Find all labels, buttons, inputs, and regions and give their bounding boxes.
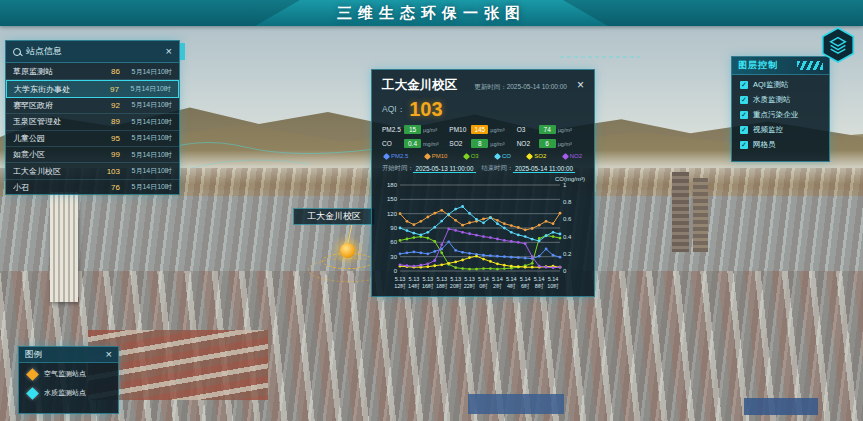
station-aqi: 97 bbox=[97, 85, 119, 94]
layer-item-label: 重点污染企业 bbox=[753, 110, 798, 120]
legend-label: NO2 bbox=[570, 153, 582, 159]
start-time-label: 开始时间： bbox=[382, 164, 413, 173]
x-axis-tick: 5.1322时 bbox=[464, 276, 476, 289]
chart-legend-item[interactable]: SO2 bbox=[527, 153, 546, 159]
svg-text:120: 120 bbox=[387, 211, 398, 217]
highrise-building bbox=[693, 178, 708, 252]
station-name: 工大金川校区 bbox=[13, 166, 98, 177]
layer-item-label: 水质监测站 bbox=[753, 95, 791, 105]
pollutant-value-badge: 15 bbox=[404, 125, 421, 134]
x-axis-tick: 5.148时 bbox=[534, 276, 545, 289]
x-axis-tick: 5.144时 bbox=[506, 276, 517, 289]
checkbox-checked-icon[interactable]: ✓ bbox=[740, 81, 748, 89]
chart-legend-item[interactable]: PM10 bbox=[425, 153, 448, 159]
layer-item[interactable]: ✓视频监控 bbox=[740, 125, 821, 135]
station-row[interactable]: 工大金川校区1035月14日10时 bbox=[6, 163, 179, 179]
aqi-label: AQI： bbox=[382, 104, 405, 116]
layer-item[interactable]: ✓重点污染企业 bbox=[740, 110, 821, 120]
station-name: 草原监测站 bbox=[13, 66, 98, 77]
station-update-time: 5月14日10时 bbox=[120, 133, 172, 143]
chart-legend-item[interactable]: CO bbox=[495, 153, 511, 159]
svg-text:150: 150 bbox=[387, 196, 398, 202]
checkbox-checked-icon[interactable]: ✓ bbox=[740, 126, 748, 134]
station-aqi: 92 bbox=[98, 101, 120, 110]
legend-marker bbox=[526, 152, 533, 159]
layers-icon bbox=[822, 29, 854, 61]
factory-roof bbox=[744, 398, 818, 415]
station-row[interactable]: 大学东街办事处975月14日10时 bbox=[6, 80, 179, 97]
checkbox-checked-icon[interactable]: ✓ bbox=[740, 111, 748, 119]
station-map-label[interactable]: 工大金川校区 bbox=[293, 208, 375, 225]
station-name: 如意小区 bbox=[13, 149, 98, 160]
pollutant-cell: NO26µg/m³ bbox=[517, 139, 584, 148]
panel-collapse-tab[interactable] bbox=[180, 43, 185, 60]
pollutant-unit: µg/m³ bbox=[490, 141, 504, 147]
station-row[interactable]: 儿童公园955月14日10时 bbox=[6, 131, 179, 147]
legend-label: CO bbox=[502, 153, 511, 159]
pollutant-label: O3 bbox=[517, 126, 539, 133]
pollutant-unit: mg/m³ bbox=[423, 141, 439, 147]
layer-item[interactable]: ✓水质监测站 bbox=[740, 95, 821, 105]
legend-label: PM2.5 bbox=[391, 153, 408, 159]
station-row[interactable]: 如意小区995月14日10时 bbox=[6, 147, 179, 163]
pollutant-cell: CO0.4mg/m³ bbox=[382, 139, 449, 148]
aqi-trend-chart[interactable]: 030609012015018000.20.40.60.81CO(mg/m³)5… bbox=[382, 175, 586, 293]
station-row[interactable]: 小召765月14日10时 bbox=[6, 180, 179, 195]
station-aqi: 103 bbox=[98, 167, 120, 176]
pollutant-value-badge: 6 bbox=[539, 139, 556, 148]
station-panel-header: 站点信息 × bbox=[6, 41, 179, 63]
station-aqi: 86 bbox=[98, 67, 120, 76]
factory-roof bbox=[468, 394, 564, 414]
station-update-time: 5月14日10时 bbox=[120, 117, 172, 127]
svg-text:30: 30 bbox=[390, 254, 397, 260]
svg-text:0: 0 bbox=[394, 268, 398, 274]
station-update-time: 5月14日10时 bbox=[120, 166, 172, 176]
air-station-marker-icon bbox=[26, 368, 39, 381]
station-row[interactable]: 赛罕区政府925月14日10时 bbox=[6, 98, 179, 114]
station-name: 玉泉区管理处 bbox=[13, 116, 98, 127]
station-update-time: 5月14日10时 bbox=[120, 182, 172, 192]
close-icon[interactable]: × bbox=[106, 349, 112, 360]
start-time-value[interactable]: 2025-05-13 11:00:00 bbox=[413, 165, 475, 173]
x-axis-tick: 5.1312时 bbox=[394, 276, 406, 289]
layer-item[interactable]: ✓网格员 bbox=[740, 140, 821, 150]
update-time: 更新时间：2025-05-14 10:00:00 bbox=[457, 83, 567, 92]
legend-list: 空气监测站点水质监测站点 bbox=[19, 363, 118, 409]
svg-text:0.8: 0.8 bbox=[563, 199, 572, 205]
chart-container: 030609012015018000.20.40.60.81CO(mg/m³)5… bbox=[382, 175, 584, 297]
close-icon[interactable]: × bbox=[166, 46, 172, 57]
legend-marker bbox=[562, 152, 569, 159]
checkbox-checked-icon[interactable]: ✓ bbox=[740, 141, 748, 149]
svg-text:0.2: 0.2 bbox=[563, 251, 572, 257]
legend-marker bbox=[463, 152, 470, 159]
station-aqi: 76 bbox=[98, 183, 120, 192]
search-icon[interactable] bbox=[13, 48, 21, 56]
layer-item-label: 网格员 bbox=[753, 140, 776, 150]
pollutant-unit: µg/m³ bbox=[490, 127, 504, 133]
chart-legend-item[interactable]: NO2 bbox=[563, 153, 582, 159]
station-update-time: 5月14日10时 bbox=[119, 84, 171, 94]
air-station-marker[interactable] bbox=[340, 243, 355, 258]
layer-item-label: 视频监控 bbox=[753, 125, 783, 135]
map-legend-panel: 图例 × 空气监测站点水质监测站点 bbox=[18, 346, 119, 414]
station-name: 儿童公园 bbox=[13, 133, 98, 144]
station-name: 小召 bbox=[13, 182, 98, 193]
right-axis-label: CO(mg/m³) bbox=[555, 176, 585, 182]
chart-legend-item[interactable]: O3 bbox=[464, 153, 479, 159]
chart-legend-item[interactable]: PM2.5 bbox=[384, 153, 408, 159]
pollutant-label: CO bbox=[382, 140, 404, 147]
close-icon[interactable]: × bbox=[577, 79, 584, 91]
station-row[interactable]: 玉泉区管理处895月14日10时 bbox=[6, 114, 179, 130]
station-info-panel: 站点信息 × 草原监测站865月14日10时大学东街办事处975月14日10时赛… bbox=[5, 40, 180, 195]
layer-item[interactable]: ✓AQI监测站 bbox=[740, 80, 821, 90]
station-row[interactable]: 草原监测站865月14日10时 bbox=[6, 64, 179, 80]
station-list: 草原监测站865月14日10时大学东街办事处975月14日10时赛罕区政府925… bbox=[6, 63, 179, 196]
checkbox-checked-icon[interactable]: ✓ bbox=[740, 96, 748, 104]
page-title: 三维生态环保一张图 bbox=[337, 4, 526, 23]
legend-item-label: 空气监测站点 bbox=[44, 369, 86, 379]
end-time-value[interactable]: 2025-05-14 11:00:00 bbox=[513, 165, 575, 173]
popup-title: 工大金川校区 bbox=[382, 77, 457, 94]
highrise-building bbox=[672, 172, 689, 252]
legend-marker bbox=[424, 152, 431, 159]
station-detail-popup: 工大金川校区 更新时间：2025-05-14 10:00:00 × AQI： 1… bbox=[371, 69, 595, 297]
